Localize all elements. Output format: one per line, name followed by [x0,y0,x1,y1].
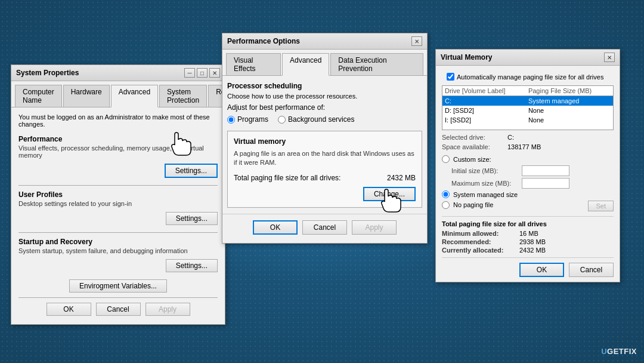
startup-recovery-settings-button[interactable]: Settings... [166,259,218,272]
user-profiles-desc: Desktop settings related to your sign-in [18,200,218,207]
total-title: Total paging file size for all drives [442,220,614,227]
user-profiles-settings-button[interactable]: Settings... [166,212,218,225]
watermark-rest: GETFIX [607,347,637,356]
perf-content: Processor scheduling Choose how to use t… [222,76,427,243]
background-label: Background services [288,115,354,124]
admin-note: You must be logged on as an Administrato… [18,113,218,128]
vm-controls: ✕ [604,53,615,62]
vm-box-title: Virtual memory [234,137,416,146]
processor-section: Processor scheduling Choose how to use t… [222,82,427,124]
vm-box-desc: A paging file is an area on the hard dis… [234,149,416,168]
processor-radio-row: Programs Background services [227,115,422,124]
drive-row-i[interactable]: I: [SSD2] None [442,115,613,125]
change-button[interactable]: Change... [363,187,416,201]
currently-allocated-label: Currently allocated: [442,247,519,254]
system-managed-radio[interactable] [442,190,450,198]
performance-title: Performance [18,135,218,143]
no-paging-radio[interactable] [442,201,450,209]
startup-recovery-title: Startup and Recovery [18,238,218,246]
vm-total-label: Total paging file size for all drives: [234,174,340,182]
initial-size-input[interactable] [522,165,569,176]
vm-radio-section: Custom size: Initial size (MB): Maximum … [442,155,614,211]
vm-close-button[interactable]: ✕ [604,53,615,62]
drive-c-label: C: [442,96,526,106]
perf-title-bar: Performance Options ✕ [222,33,427,50]
drive-row-c[interactable]: C: System managed [442,96,613,106]
vm-cancel-button[interactable]: Cancel [569,263,614,277]
virtual-memory-dialog: Virtual Memory ✕ Automatically manage pa… [435,49,620,282]
tab-system-protection[interactable]: System Protection [159,85,207,107]
min-allowed-value: 16 MB [519,230,538,237]
background-radio-input[interactable] [278,116,286,124]
user-profiles-button-row: Settings... [18,212,218,225]
perf-bottom-row: OK Cancel Apply [222,214,427,237]
vm-total-section: Total paging file size for all drives Mi… [442,216,614,254]
watermark-u: U [601,347,607,356]
size-col-header: Paging File Size (MB) [526,86,613,96]
system-props-content: You must be logged on as an Administrato… [11,107,225,324]
performance-options-dialog: Performance Options ✕ Visual Effects Adv… [222,33,428,244]
drive-d-label: D: [SSD2] [442,106,526,115]
selected-drive-info: Selected drive: C: Space available: 1381… [442,134,614,150]
perf-apply-button[interactable]: Apply [352,220,397,235]
processor-title: Processor scheduling [227,82,422,90]
tab-advanced[interactable]: Advanced [111,85,158,107]
tab-visual-effects[interactable]: Visual Effects [226,53,281,75]
vm-bottom-row: OK Cancel [442,257,614,277]
programs-label: Programs [237,115,268,124]
maximum-size-input[interactable] [522,178,569,189]
system-props-title: System Properties [16,69,79,77]
drive-col-header: Drive [Volume Label] [442,86,526,96]
auto-manage-row: Automatically manage paging file size fo… [442,70,614,83]
performance-settings-button[interactable]: Settings... [165,164,218,178]
drive-d-size: None [526,106,613,115]
space-available-label: Space available: [442,143,507,150]
sp-apply-button[interactable]: Apply [145,303,190,316]
vm-title-bar: Virtual Memory ✕ [436,50,620,66]
processor-desc: Choose how to use the processor resource… [227,93,422,100]
close-button[interactable]: ✕ [209,68,220,78]
currently-allocated-row: Currently allocated: 2432 MB [442,247,614,254]
space-available-value: 138177 MB [507,143,541,150]
env-variables-button[interactable]: Envirogment Variables... [69,279,167,293]
custom-size-radio-item: Custom size: [442,155,614,163]
sp-cancel-button[interactable]: Cancel [96,303,141,316]
recommended-label: Recommended: [442,238,519,245]
system-props-bottom-row: OK Cancel Apply [18,297,218,318]
no-paging-row: No paging file Set [442,201,614,211]
drive-c-size: System managed [526,96,613,106]
perf-cancel-button[interactable]: Cancel [302,220,347,235]
adjust-label: Adjust for best performance of: [227,103,422,112]
sp-ok-button[interactable]: OK [47,303,91,316]
drive-i-label: I: [SSD2] [442,115,526,125]
no-paging-label: No paging file [453,201,493,208]
tab-advanced-perf[interactable]: Advanced [282,53,329,76]
programs-radio-input[interactable] [227,116,235,124]
no-paging-radio-item: No paging file [442,201,493,209]
vm-ok-button[interactable]: OK [519,263,564,277]
selected-drive-value: C: [507,134,514,141]
system-props-title-bar: System Properties ─ □ ✕ [11,65,225,81]
programs-radio[interactable]: Programs [227,115,268,124]
maximize-button[interactable]: □ [197,68,208,78]
auto-manage-checkbox[interactable] [447,73,454,81]
tab-dep[interactable]: Data Execution Prevention [330,53,423,75]
tab-computer-name[interactable]: Computer Name [15,85,62,107]
drive-i-size: None [526,115,613,125]
tab-hardware[interactable]: Hardware [63,85,110,107]
drive-row-d[interactable]: D: [SSD2] None [442,106,613,115]
user-profiles-title: User Profiles [18,190,218,199]
min-allowed-label: Minimum allowed: [442,230,519,237]
minimize-button[interactable]: ─ [184,68,195,78]
maximum-size-label: Maximum size (MB): [451,180,517,187]
perf-close-button[interactable]: ✕ [411,36,422,46]
selected-drive-label: Selected drive: [442,134,507,141]
set-button[interactable]: Set [588,201,614,211]
custom-size-radio[interactable] [442,155,450,163]
vm-content: Automatically manage paging file size fo… [436,66,620,282]
system-managed-radio-item: System managed size [442,190,614,198]
drive-table: Drive [Volume Label] Paging File Size (M… [442,86,613,125]
background-radio[interactable]: Background services [278,115,354,124]
perf-ok-button[interactable]: OK [253,220,298,235]
system-managed-label: System managed size [453,191,518,198]
